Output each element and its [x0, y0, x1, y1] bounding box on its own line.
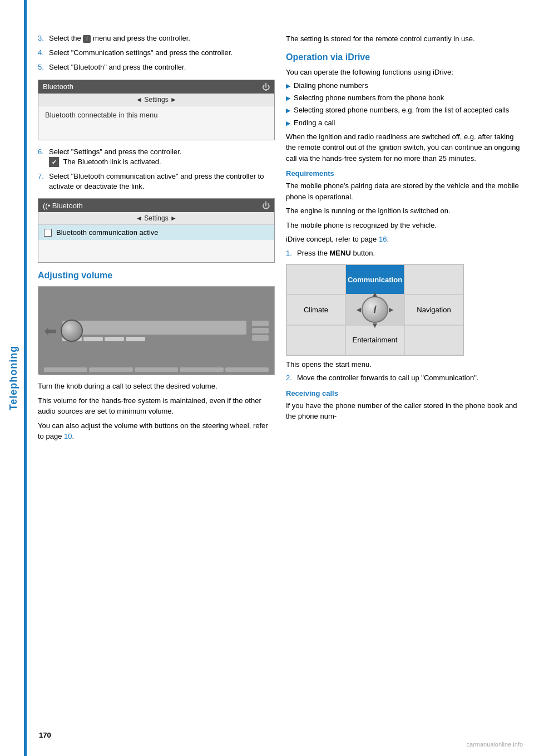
cell-top-left: [286, 264, 345, 294]
arrow-left-icon: ⬅: [44, 322, 57, 340]
setting-note: The setting is stored for the remote con…: [286, 33, 523, 45]
checkmark-icon: ✔: [49, 157, 59, 167]
right-step-1: 1. Press the MENU button.: [286, 248, 523, 258]
bullet-text-3: Selecting stored phone numbers, e.g. fro…: [294, 105, 509, 115]
step-5: 5. Select "Bluetooth" and press the cont…: [38, 62, 275, 72]
cell-bot-left: [286, 325, 345, 355]
dash-bottom-btn-4: [180, 367, 223, 372]
step-5-text: Select "Bluetooth" and press the control…: [49, 62, 186, 72]
bluetooth-ui-2: ((• Bluetooth ⏻ ◄ Settings ► Bluetooth c…: [38, 198, 275, 263]
page-number: 170: [39, 731, 51, 739]
req-2: The engine is running or the ignition is…: [286, 205, 523, 217]
bullet-text-4: Ending a call: [294, 118, 335, 128]
bullet-item-3: ▶ Selecting stored phone numbers, e.g. f…: [286, 105, 523, 115]
dash-btn-4: [126, 337, 145, 341]
nav-left-arrow: ◄: [355, 305, 363, 314]
right-step-2-text: Move the controller forwards to call up …: [297, 373, 478, 383]
cell-top-right: [404, 264, 463, 294]
step-4: 4. Select "Communication settings" and p…: [38, 48, 275, 58]
dash-center: [62, 321, 246, 341]
op-intro: You can operate the following functions …: [286, 67, 523, 78]
page-container: Telephoning 3. Select the i menu and pre…: [0, 0, 534, 756]
dash-content: ⬅: [38, 321, 274, 341]
dash-display: [62, 321, 246, 335]
step-3-text: Select the i menu and press the controll…: [49, 33, 190, 43]
bt-ui-1-body: Bluetooth connectable in this menu: [38, 106, 274, 140]
step-6-num: 6.: [38, 147, 49, 167]
bullet-text-1: Dialing phone numbers: [294, 81, 368, 91]
op-bullet-list: ▶ Dialing phone numbers ▶ Selecting phon…: [286, 81, 523, 128]
step-3-num: 3.: [38, 33, 49, 43]
dash-knob: [61, 320, 83, 342]
bt-ui-1-nav: ◄ Settings ►: [38, 94, 274, 106]
bt-ui-1-title: Bluetooth: [43, 82, 73, 91]
ignition-text: When the ignition and radio readiness ar…: [286, 131, 523, 164]
checkbox-square: [44, 229, 52, 237]
bullet-item-2: ▶ Selecting phone numbers from the phone…: [286, 93, 523, 103]
nav-up-arrow: ▲: [371, 289, 379, 298]
cell-mid-left: Climate: [286, 294, 345, 325]
info-icon: i: [83, 35, 91, 43]
dash-btn-2: [83, 337, 103, 341]
right-step-1-num: 1.: [286, 248, 297, 258]
sidebar: Telephoning: [0, 0, 27, 756]
idrive-ref: iDrive concept, refer to page 16.: [286, 234, 523, 245]
dash-bottom-btns: [38, 367, 274, 372]
dash-bottom-btn-3: [135, 367, 178, 372]
bt-ui-1-body-text: Bluetooth connectable in this menu: [45, 111, 157, 119]
bt-ui-2-title: ((• Bluetooth: [43, 202, 83, 210]
page-16-link[interactable]: 16: [379, 235, 387, 243]
nav-down-arrow: ▼: [371, 321, 379, 330]
dash-right-btns: [252, 321, 269, 341]
dash-rbtn-3: [252, 335, 269, 341]
bullet-item-1: ▶ Dialing phone numbers: [286, 81, 523, 91]
bt-ui-2-spacer: [38, 240, 274, 262]
sidebar-blue-bar: [24, 0, 27, 756]
step-3: 3. Select the i menu and press the contr…: [38, 33, 275, 43]
operation-idrive-heading: Operation via iDrive: [286, 52, 523, 62]
recv-text: If you have the phone number of the call…: [286, 400, 523, 422]
req-3: The mobile phone is recognized by the ve…: [286, 220, 523, 231]
bullet-arrow-4: ▶: [286, 119, 290, 127]
main-content: 3. Select the i menu and press the contr…: [27, 0, 534, 756]
right-column: The setting is stored for the remote con…: [286, 33, 523, 734]
right-step-2-num: 2.: [286, 373, 297, 383]
idrive-grid-container: Communication Climate i ▲ ▼ ◄: [286, 264, 523, 356]
adjusting-text-1: Turn the knob during a call to select th…: [38, 381, 275, 392]
adjusting-text-2: This volume for the hands-free system is…: [38, 395, 275, 417]
sidebar-label: Telephoning: [8, 346, 19, 411]
bullet-text-2: Selecting phone numbers from the phone b…: [294, 93, 444, 103]
dash-bottom-btn-1: [44, 367, 87, 372]
step-7-text: Select "Bluetooth communication active" …: [49, 171, 275, 192]
req-1: The mobile phone's pairing data are stor…: [286, 180, 523, 202]
nav-right-arrow: ►: [387, 305, 395, 314]
opens-menu-text: This opens the start menu.: [286, 359, 523, 370]
step-7-num: 7.: [38, 171, 49, 192]
bullet-item-4: ▶ Ending a call: [286, 118, 523, 128]
adjusting-volume-heading: Adjusting volume: [38, 271, 275, 281]
bt-ui-2-nav: ◄ Settings ►: [38, 212, 274, 225]
requirements-heading: Requirements: [286, 169, 523, 178]
bt-ui-2-checkbox-label: Bluetooth communication active: [56, 228, 159, 237]
idrive-grid: Communication Climate i ▲ ▼ ◄: [286, 264, 464, 356]
receiving-calls-heading: Receiving calls: [286, 389, 523, 397]
step-5-num: 5.: [38, 62, 49, 72]
left-column: 3. Select the i menu and press the contr…: [38, 33, 275, 734]
bullet-arrow-3: ▶: [286, 106, 290, 115]
step-6-text: Select "Settings" and press the controll…: [49, 147, 181, 167]
dash-rbtn-1: [252, 321, 269, 326]
page-10-link[interactable]: 10: [64, 432, 72, 440]
bluetooth-ui-1: Bluetooth ⏻ ◄ Settings ► Bluetooth conne…: [38, 80, 275, 140]
bt-ui-1-header: Bluetooth ⏻: [38, 80, 274, 94]
right-step-1-text: Press the MENU button.: [297, 248, 375, 258]
bullet-arrow-2: ▶: [286, 94, 290, 102]
adjusting-text-3: You can also adjust the volume with butt…: [38, 420, 275, 442]
dashboard-mock: ⬅: [38, 287, 274, 375]
step-4-text: Select "Communication settings" and pres…: [49, 48, 233, 58]
right-step-2: 2. Move the controller forwards to call …: [286, 373, 523, 383]
step-6: 6. Select "Settings" and press the contr…: [38, 147, 275, 167]
bullet-arrow-1: ▶: [286, 82, 290, 90]
volume-image: ⬅: [38, 286, 275, 375]
step-7: 7. Select "Bluetooth communication activ…: [38, 171, 275, 192]
cell-bot-right: [404, 325, 463, 355]
